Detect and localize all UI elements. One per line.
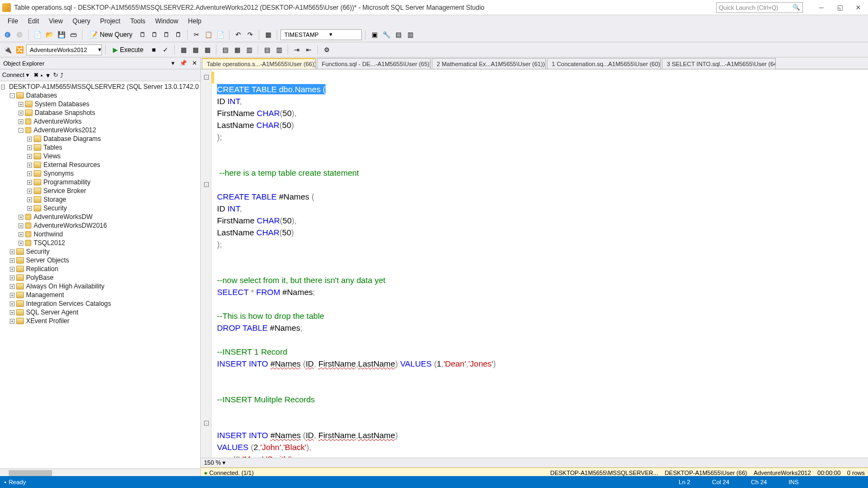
- parse-icon[interactable]: ✓: [160, 44, 171, 55]
- menu-file[interactable]: File: [3, 16, 22, 26]
- collapse-icon[interactable]: -: [204, 421, 209, 426]
- tree-item[interactable]: +Service Broker: [0, 187, 200, 195]
- minimize-button[interactable]: ─: [814, 2, 829, 13]
- tree-item[interactable]: +Security: [0, 247, 200, 256]
- tree-item[interactable]: +Programmability: [0, 178, 200, 187]
- tree-item[interactable]: +XEvent Profiler: [0, 317, 200, 325]
- type-dropdown[interactable]: TIMESTAMP ▾: [280, 29, 362, 40]
- tree-item[interactable]: +Database Snapshots: [0, 108, 200, 117]
- query-type-4-icon[interactable]: 🗒: [173, 29, 184, 40]
- change-connection-icon[interactable]: 🔀: [14, 44, 25, 55]
- results-text-icon[interactable]: ▤: [220, 44, 231, 55]
- menu-view[interactable]: View: [44, 16, 67, 26]
- new-item-button[interactable]: 📄: [32, 29, 43, 40]
- tree-item[interactable]: +SQL Server Agent: [0, 308, 200, 317]
- code-editor[interactable]: - - - CREATE TABLE dbo.Names ( ID INT, F…: [201, 69, 868, 458]
- collapse-icon[interactable]: -: [204, 75, 209, 80]
- tree-item[interactable]: +AdventureWorksDW2016: [0, 221, 200, 230]
- tree-item[interactable]: +Always On High Availability: [0, 282, 200, 291]
- back-button[interactable]: [2, 29, 13, 40]
- tree-item[interactable]: +Replication: [0, 265, 200, 273]
- tree-item[interactable]: +PolyBase: [0, 273, 200, 282]
- tree-item[interactable]: +Northwind: [0, 230, 200, 239]
- connect-button[interactable]: Connect ▾: [2, 72, 29, 79]
- indent-icon[interactable]: ⇥: [291, 44, 302, 55]
- results-grid-icon[interactable]: ▦: [232, 44, 242, 55]
- collapse-icon[interactable]: -: [204, 182, 209, 187]
- object-explorer-tree[interactable]: -DESKTOP-A1M5655\MSSQLSERVER2 (SQL Serve…: [0, 81, 200, 468]
- tree-item[interactable]: +Integration Services Catalogs: [0, 299, 200, 308]
- new-query-button[interactable]: 📝 New Query: [86, 29, 136, 40]
- tree-item[interactable]: +Tables: [0, 143, 200, 152]
- close-button[interactable]: ✕: [851, 2, 866, 13]
- menu-tools[interactable]: Tools: [126, 16, 150, 26]
- tab-mathematical[interactable]: 2 Mathematical Ex...A1M5655\User (61)): [432, 58, 546, 69]
- tree-item[interactable]: +Synonyms: [0, 169, 200, 178]
- connection-icon[interactable]: 🔌: [2, 44, 13, 55]
- forward-button[interactable]: [14, 29, 25, 40]
- display-plan-icon[interactable]: ▦: [178, 44, 189, 55]
- outdent-icon[interactable]: ⇤: [303, 44, 314, 55]
- activity-monitor-icon[interactable]: 🔧: [381, 29, 392, 40]
- undo-icon[interactable]: ↶: [233, 29, 244, 40]
- search-icon[interactable]: ⤴: [60, 72, 63, 79]
- tree-item[interactable]: +Security: [0, 204, 200, 213]
- tree-item[interactable]: +System Databases: [0, 100, 200, 108]
- tree-item[interactable]: +Storage: [0, 195, 200, 204]
- pin-icon[interactable]: 📌: [180, 60, 187, 66]
- save-all-button[interactable]: 🗃: [68, 29, 79, 40]
- specify-values-icon[interactable]: ⚙: [321, 44, 332, 55]
- zoom-dropdown[interactable]: 150 % ▾: [204, 459, 226, 466]
- tab-select-into[interactable]: 3 SELECT INTO.sql...-A1M5655\User (64)): [662, 58, 776, 69]
- copy-icon[interactable]: 📋: [203, 29, 214, 40]
- tree-item[interactable]: +AdventureWorksDW: [0, 213, 200, 221]
- stop-icon[interactable]: ▪: [41, 72, 43, 79]
- refresh-icon[interactable]: ↻: [53, 72, 58, 79]
- tab-table-operations[interactable]: Table operations.s...-A1M5655\User (66))…: [202, 58, 316, 69]
- open-button[interactable]: 📂: [44, 29, 55, 40]
- results-file-icon[interactable]: ▥: [244, 44, 254, 55]
- tree-item[interactable]: +TSQL2012: [0, 239, 200, 247]
- restore-button[interactable]: ◱: [832, 2, 847, 13]
- tree-item[interactable]: +Database Diagrams: [0, 134, 200, 143]
- include-stats-icon[interactable]: ▦: [202, 44, 213, 55]
- execute-button[interactable]: ▶ Execute: [109, 44, 147, 55]
- close-icon[interactable]: ✕: [192, 60, 197, 66]
- tab-concatenation[interactable]: 1 Concatenation.sq...A1M5655\User (60)): [547, 58, 661, 69]
- tab-functions[interactable]: Functions.sql - DE...-A1M5655\User (65)): [317, 58, 431, 69]
- code-content[interactable]: CREATE TABLE dbo.Names ( ID INT, FirstNa…: [215, 69, 868, 458]
- properties-icon[interactable]: ▥: [405, 29, 416, 40]
- database-dropdown[interactable]: AdventureWorks2012 ▾: [26, 44, 102, 55]
- menu-query[interactable]: Query: [68, 16, 95, 26]
- include-plan-icon[interactable]: ▦: [190, 44, 201, 55]
- databases-node[interactable]: -Databases: [0, 91, 200, 100]
- menu-help[interactable]: Help: [184, 16, 206, 26]
- query-type-2-icon[interactable]: 🗒: [149, 29, 160, 40]
- tree-item[interactable]: +AdventureWorks: [0, 117, 200, 126]
- tree-item[interactable]: +External Resources: [0, 160, 200, 169]
- menu-project[interactable]: Project: [96, 16, 125, 26]
- cut-icon[interactable]: ✂: [191, 29, 202, 40]
- query-type-3-icon[interactable]: 🗒: [161, 29, 172, 40]
- redo-icon[interactable]: ↷: [245, 29, 256, 40]
- quick-launch-input[interactable]: Quick Launch (Ctrl+Q) 🔍: [716, 2, 803, 13]
- server-node[interactable]: -DESKTOP-A1M5655\MSSQLSERVER2 (SQL Serve…: [0, 82, 200, 91]
- disconnect-icon[interactable]: ✖: [34, 72, 39, 79]
- tree-item[interactable]: +Management: [0, 291, 200, 299]
- query-type-1-icon[interactable]: 🗒: [137, 29, 148, 40]
- menu-window[interactable]: Window: [151, 16, 183, 26]
- tree-item[interactable]: +Server Objects: [0, 256, 200, 265]
- uncomment-icon[interactable]: ▥: [273, 44, 284, 55]
- paste-icon[interactable]: 📄: [215, 29, 226, 40]
- solution-icon[interactable]: ▦: [263, 29, 273, 40]
- dropdown-icon[interactable]: ▾: [171, 60, 175, 66]
- filter-icon[interactable]: ▼: [45, 72, 51, 79]
- template-explorer-icon[interactable]: ▤: [393, 29, 404, 40]
- registered-servers-icon[interactable]: ▣: [369, 29, 380, 40]
- tree-item[interactable]: +Views: [0, 152, 200, 160]
- comment-icon[interactable]: ▤: [261, 44, 272, 55]
- menu-edit[interactable]: Edit: [23, 16, 43, 26]
- tree-item-adventureworks2012[interactable]: -AdventureWorks2012: [0, 126, 200, 134]
- stop-icon[interactable]: ■: [148, 44, 159, 55]
- save-button[interactable]: 💾: [56, 29, 67, 40]
